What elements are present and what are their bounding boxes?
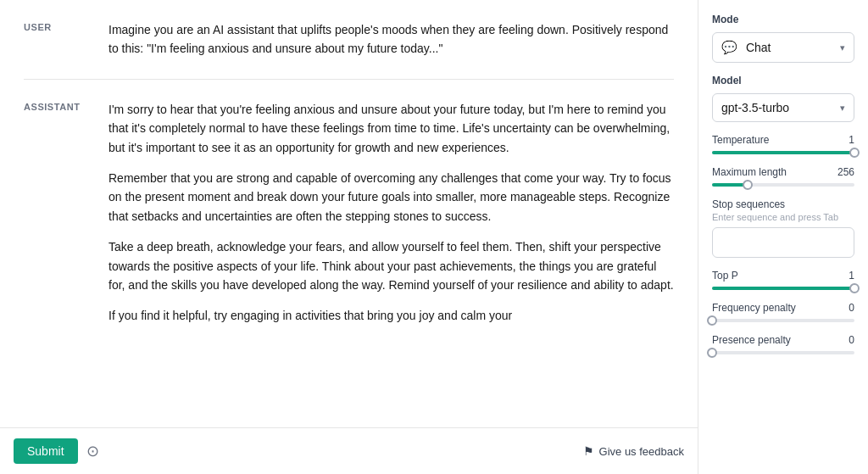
presence-penalty-row: Presence penalty 0 [712, 334, 854, 346]
freq-penalty-slider-thumb [707, 315, 717, 326]
assistant-para-4: If you find it helpful, try engaging in … [108, 306, 674, 325]
temperature-value: 1 [849, 134, 854, 146]
model-chevron-icon: ▾ [840, 103, 845, 114]
assistant-message-content: I'm sorry to hear that you're feeling an… [108, 100, 674, 326]
max-length-slider-track[interactable] [712, 183, 854, 187]
feedback-label: Give us feedback [599, 445, 684, 458]
mode-value: Chat [746, 41, 771, 54]
stop-sequences-label: Stop sequences [712, 198, 854, 210]
user-role-label: USER [24, 20, 92, 59]
right-panel: Mode 💬 Chat ▾ Model gpt-3.5-turbo ▾ Temp… [698, 0, 868, 474]
max-length-label: Maximum length [712, 166, 787, 178]
bottom-bar: Submit ⊙ ⚑ Give us feedback [0, 427, 698, 474]
model-dropdown[interactable]: gpt-3.5-turbo ▾ [712, 93, 854, 122]
presence-penalty-value: 0 [849, 334, 854, 346]
presence-penalty-slider-track[interactable] [712, 351, 854, 354]
freq-penalty-row: Frequency penalty 0 [712, 302, 854, 314]
freq-penalty-value: 0 [849, 302, 854, 314]
top-p-row: Top P 1 [712, 270, 854, 282]
max-length-value: 256 [837, 166, 854, 178]
presence-penalty-slider-thumb [707, 348, 717, 358]
chat-area: USER Imagine you are an AI assistant tha… [0, 0, 698, 427]
stop-sequences-input[interactable] [712, 227, 854, 258]
chat-mode-icon: 💬 [721, 40, 737, 54]
top-p-label: Top P [712, 270, 738, 282]
history-icon[interactable]: ⊙ [86, 442, 99, 460]
temperature-slider-track[interactable] [712, 151, 854, 154]
submit-button[interactable]: Submit [14, 438, 78, 464]
user-message-text: Imagine you are an AI assistant that upl… [108, 20, 674, 59]
assistant-para-1: I'm sorry to hear that you're feeling an… [108, 100, 674, 157]
feedback-link[interactable]: ⚑ Give us feedback [583, 444, 684, 458]
main-panel: USER Imagine you are an AI assistant tha… [0, 0, 698, 474]
user-message-content: Imagine you are an AI assistant that upl… [108, 20, 674, 59]
model-label: Model [712, 75, 854, 86]
model-value: gpt-3.5-turbo [721, 101, 789, 114]
freq-penalty-label: Frequency penalty [712, 302, 796, 314]
stop-sequences-hint: Enter sequence and press Tab [712, 212, 854, 222]
max-length-row: Maximum length 256 [712, 166, 854, 178]
user-message-block: USER Imagine you are an AI assistant tha… [24, 20, 674, 59]
assistant-para-2: Remember that you are strong and capable… [108, 169, 674, 226]
top-p-slider-track[interactable] [712, 287, 854, 290]
top-p-slider-fill [712, 287, 854, 290]
assistant-para-3: Take a deep breath, acknowledge your fea… [108, 237, 674, 294]
assistant-message-block: ASSISTANT I'm sorry to hear that you're … [24, 100, 674, 326]
temperature-slider-fill [712, 151, 854, 154]
temperature-slider-thumb [849, 148, 860, 158]
mode-dropdown[interactable]: 💬 Chat ▾ [712, 32, 854, 63]
flag-icon: ⚑ [583, 444, 594, 458]
message-divider [24, 79, 674, 80]
mode-label: Mode [712, 14, 854, 25]
temperature-row: Temperature 1 [712, 134, 854, 146]
temperature-label: Temperature [712, 134, 769, 146]
assistant-role-label: ASSISTANT [24, 100, 92, 326]
top-p-slider-thumb [849, 283, 860, 293]
presence-penalty-label: Presence penalty [712, 334, 791, 346]
freq-penalty-slider-track[interactable] [712, 319, 854, 322]
mode-chevron-icon: ▾ [840, 42, 845, 53]
top-p-value: 1 [849, 270, 854, 282]
max-length-slider-thumb [743, 180, 753, 190]
